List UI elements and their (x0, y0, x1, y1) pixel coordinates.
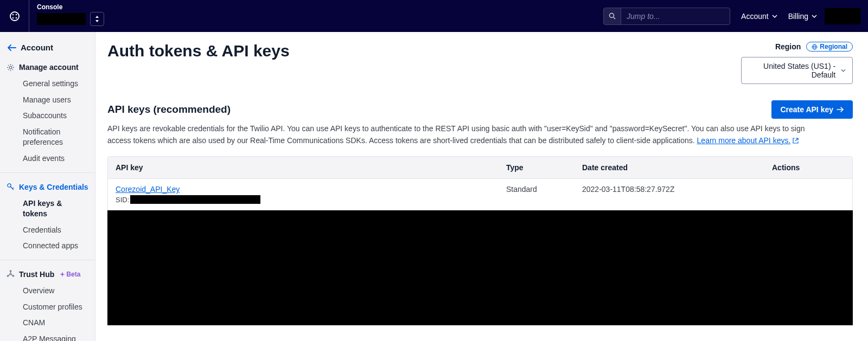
back-to-account[interactable]: Account (0, 40, 95, 59)
svg-point-10 (10, 271, 11, 272)
learn-more-link[interactable]: Learn more about API keys. (697, 135, 799, 147)
sidebar-item-manage-users[interactable]: Manage users (0, 92, 95, 108)
api-key-actions (764, 179, 852, 210)
beta-badge: Beta (60, 271, 80, 278)
billing-menu[interactable]: Billing (788, 12, 817, 21)
region-select-value: United States (US1) - Default (748, 62, 835, 79)
region-label: Region (775, 42, 801, 51)
sidebar-item-cnam[interactable]: CNAM (0, 315, 95, 331)
hub-icon (7, 270, 15, 278)
create-api-key-button[interactable]: Create API key (771, 100, 853, 119)
app-logo[interactable] (0, 0, 29, 32)
sidebar-item-overview[interactable]: Overview (0, 283, 95, 299)
sid-prefix: SID: (116, 196, 129, 204)
table-header: API key Type Date created Actions (108, 157, 852, 179)
svg-point-0 (10, 12, 19, 21)
api-key-name-link: Corezoid_API_Key (116, 185, 180, 194)
sidebar-item-customer-profiles[interactable]: Customer profiles (0, 299, 95, 316)
svg-point-12 (12, 275, 14, 276)
svg-point-11 (7, 275, 8, 276)
sidebar-item-a2p-messaging[interactable]: A2P Messaging (0, 331, 95, 341)
svg-point-3 (12, 17, 14, 18)
external-link-icon (793, 138, 799, 144)
globe-icon (812, 44, 818, 50)
sparkle-icon (60, 272, 65, 277)
col-api-key: API key (108, 157, 499, 178)
sidebar-divider (0, 172, 95, 173)
billing-menu-label: Billing (788, 12, 808, 21)
region-select[interactable]: United States (US1) - Default (741, 57, 853, 84)
svg-point-9 (10, 273, 11, 275)
col-type: Type (499, 157, 575, 178)
svg-line-6 (614, 17, 615, 19)
sidebar-section-label: Manage account (19, 63, 79, 72)
table-row: Corezoid_API_Key SID: Standard 2022-03-1… (108, 179, 852, 210)
sidebar-item-connected-apps[interactable]: Connected apps (0, 238, 95, 254)
account-name-redacted (37, 13, 86, 25)
gear-icon (7, 63, 15, 72)
sidebar-divider (0, 260, 95, 260)
search-box[interactable] (603, 8, 730, 25)
sidebar-item-notification-preferences[interactable]: Notification preferences (0, 124, 95, 151)
content-redacted (107, 210, 853, 325)
sidebar-item-api-keys-tokens[interactable]: API keys & tokens (0, 196, 95, 222)
sidebar-item-credentials[interactable]: Credentials (0, 222, 95, 239)
svg-point-5 (610, 14, 614, 18)
api-key-date: 2022-03-11T08:58:27.972Z (575, 179, 764, 210)
chevron-down-icon (812, 15, 817, 18)
sidebar: Account Manage account General settings … (0, 32, 95, 341)
key-icon (7, 183, 15, 191)
nav-redacted (825, 8, 860, 24)
col-actions: Actions (764, 157, 852, 178)
sidebar-section-trust-hub[interactable]: Trust Hub Beta (0, 266, 95, 283)
arrow-left-icon (8, 44, 16, 51)
svg-point-8 (8, 184, 11, 187)
account-menu-label: Account (741, 12, 769, 21)
back-label: Account (21, 43, 53, 52)
top-navbar: Console Account Billing (0, 0, 868, 32)
svg-point-4 (15, 17, 17, 18)
arrow-right-icon (837, 107, 844, 112)
page-title: Auth tokens & API keys (107, 42, 290, 60)
svg-point-7 (9, 66, 12, 69)
chevron-down-icon (772, 15, 777, 18)
api-key-type: Standard (499, 179, 575, 210)
chevron-down-icon (841, 69, 846, 72)
search-icon (604, 8, 621, 25)
api-keys-description: API keys are revokable credentials for t… (107, 123, 829, 146)
sidebar-section-manage-account[interactable]: Manage account (0, 59, 95, 76)
sidebar-section-label: Trust Hub (19, 270, 54, 279)
sid-redacted (130, 195, 260, 204)
svg-point-2 (15, 14, 17, 15)
sidebar-section-label: Keys & Credentials (19, 183, 88, 191)
sidebar-item-general-settings[interactable]: General settings (0, 76, 95, 92)
search-input[interactable] (621, 12, 730, 21)
main-content: Auth tokens & API keys Region Regional U… (95, 32, 868, 341)
account-menu[interactable]: Account (741, 12, 777, 21)
svg-point-1 (12, 14, 14, 15)
api-keys-table: API key Type Date created Actions Corezo… (107, 156, 853, 210)
sidebar-section-keys-credentials[interactable]: Keys & Credentials (0, 178, 95, 196)
sidebar-item-audit-events[interactable]: Audit events (0, 151, 95, 167)
console-label: Console (37, 3, 104, 11)
create-api-key-label: Create API key (780, 105, 833, 114)
regional-badge: Regional (806, 42, 853, 52)
account-switcher-button[interactable] (90, 12, 104, 26)
api-keys-section-title: API keys (recommended) (107, 104, 231, 115)
sidebar-item-subaccounts[interactable]: Subaccounts (0, 108, 95, 124)
col-date: Date created (575, 157, 764, 178)
